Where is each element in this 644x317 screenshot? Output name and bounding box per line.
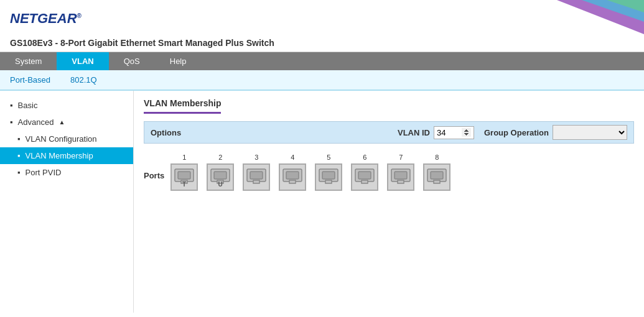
port-number-5: 5 (327, 154, 330, 161)
top-bar: NETGEAR® (0, 0, 644, 34)
ports-area: Ports 1T2U345678 (144, 154, 634, 191)
port-number-1: 1 (182, 154, 186, 161)
nav-tabs: System VLAN QoS Help (0, 52, 644, 70)
port-icon-6[interactable] (351, 163, 378, 191)
vlan-id-group: VLAN ID (398, 126, 474, 139)
port-number-8: 8 (435, 154, 439, 161)
sub-nav: Port-Based 802.1Q (0, 70, 644, 91)
group-operation-group: Group Operation (484, 125, 627, 140)
logo-area: NETGEAR® (10, 11, 82, 27)
port-number-2: 2 (218, 154, 222, 161)
logo-reg: ® (77, 12, 82, 19)
svg-rect-24 (398, 180, 404, 183)
bullet-vlan-membership: ▪ (17, 151, 21, 160)
port-icon-4[interactable] (279, 163, 306, 191)
ports-grid: 1T2U345678 (170, 154, 450, 191)
decorative-shape (507, 0, 644, 34)
tab-system[interactable]: System (0, 52, 57, 70)
netgear-logo: NETGEAR® (10, 11, 82, 27)
svg-rect-19 (322, 172, 335, 179)
svg-rect-12 (253, 180, 259, 183)
port-item-2: 2U (207, 154, 234, 191)
svg-rect-25 (394, 172, 407, 179)
port-number-4: 4 (291, 154, 294, 161)
tab-qos[interactable]: QoS (109, 52, 155, 70)
bullet-advanced: ▪ (10, 117, 13, 127)
svg-rect-5 (178, 172, 190, 179)
sidebar-label-vlan-configuration: VLAN Configuration (26, 134, 97, 144)
port-icon-7[interactable] (387, 163, 414, 191)
vlan-id-spinner[interactable] (434, 126, 474, 139)
port-item-6: 6 (351, 154, 378, 191)
sidebar: ▪ Basic ▪ Advanced ▲ ▪ VLAN Configuratio… (0, 91, 134, 313)
svg-rect-15 (289, 180, 296, 183)
main-content: VLAN Membership Options VLAN ID Group Op… (134, 91, 644, 313)
tab-help[interactable]: Help (155, 52, 202, 70)
port-item-1: 1T (170, 154, 198, 191)
port-item-4: 4 (279, 154, 306, 191)
port-number-7: 7 (399, 154, 403, 161)
svg-rect-21 (362, 180, 368, 183)
port-icon-5[interactable] (315, 163, 342, 191)
sidebar-item-advanced[interactable]: ▪ Advanced ▲ (0, 114, 133, 131)
sub-nav-port-based[interactable]: Port-Based (0, 73, 60, 87)
logo-text: NETGEAR (10, 11, 77, 26)
sidebar-item-vlan-configuration[interactable]: ▪ VLAN Configuration (0, 131, 133, 147)
bullet-vlan-config: ▪ (17, 134, 21, 144)
svg-text:U: U (218, 181, 223, 188)
svg-rect-13 (250, 172, 263, 179)
bullet-basic: ▪ (10, 101, 13, 110)
ports-label: Ports (144, 154, 164, 180)
port-item-5: 5 (315, 154, 342, 191)
port-icon-1[interactable]: T (170, 163, 198, 191)
group-operation-select[interactable] (553, 125, 627, 140)
sidebar-item-basic[interactable]: ▪ Basic (0, 97, 133, 114)
options-bar: Options VLAN ID Group Operation (144, 121, 634, 144)
port-icon-8[interactable] (423, 163, 450, 191)
group-operation-label: Group Operation (484, 128, 549, 137)
page-title: GS108Ev3 - 8-Port Gigabit Ethernet Smart… (0, 34, 644, 52)
sidebar-label-port-pvid: Port PVID (26, 168, 62, 177)
advanced-expand-icon: ▲ (58, 119, 65, 126)
vlan-id-label: VLAN ID (398, 128, 430, 137)
svg-rect-28 (431, 172, 443, 179)
tab-vlan[interactable]: VLAN (57, 52, 108, 70)
port-number-3: 3 (254, 154, 258, 161)
svg-rect-18 (325, 180, 332, 183)
sidebar-label-basic: Basic (18, 101, 38, 110)
svg-rect-27 (434, 180, 440, 183)
content-area: ▪ Basic ▪ Advanced ▲ ▪ VLAN Configuratio… (0, 91, 644, 313)
sidebar-label-advanced: Advanced (18, 117, 54, 127)
page-title-text: GS108Ev3 - 8-Port Gigabit Ethernet Smart… (10, 38, 274, 48)
svg-rect-9 (214, 172, 226, 179)
port-number-6: 6 (363, 154, 366, 161)
port-item-3: 3 (243, 154, 270, 191)
options-label: Options (151, 128, 181, 137)
sidebar-label-vlan-membership: VLAN Membership (26, 151, 93, 160)
svg-rect-22 (358, 172, 371, 179)
port-icon-2[interactable]: U (207, 163, 234, 191)
sub-nav-8021q[interactable]: 802.1Q (60, 73, 107, 87)
svg-rect-16 (286, 172, 299, 179)
sidebar-item-vlan-membership[interactable]: ▪ VLAN Membership (0, 147, 133, 164)
port-item-8: 8 (423, 154, 450, 191)
sidebar-item-port-pvid[interactable]: ▪ Port PVID (0, 164, 133, 181)
section-title: VLAN Membership (144, 98, 221, 114)
vlan-id-input[interactable] (434, 126, 474, 139)
bullet-port-pvid: ▪ (17, 168, 21, 177)
port-item-7: 7 (387, 154, 414, 191)
port-icon-3[interactable] (243, 163, 270, 191)
svg-text:T: T (182, 181, 186, 188)
